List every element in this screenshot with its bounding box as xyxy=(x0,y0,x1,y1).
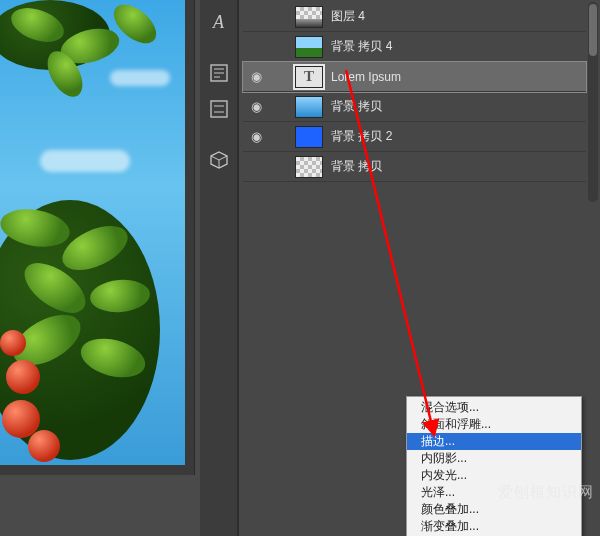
layer-thumbnail[interactable] xyxy=(295,6,323,28)
visibility-toggle[interactable] xyxy=(247,8,265,26)
layer-row-selected[interactable]: ◉ T Lorem Ipsum xyxy=(243,62,586,92)
layer-name[interactable]: 图层 4 xyxy=(331,8,586,25)
layer-thumbnail[interactable]: T xyxy=(295,66,323,88)
lock-column[interactable] xyxy=(273,68,287,86)
menu-item-gradient-overlay[interactable]: 渐变叠加... xyxy=(407,518,581,535)
layer-row[interactable]: 背景 拷贝 xyxy=(243,152,586,182)
menu-item-satin[interactable]: 光泽... xyxy=(407,484,581,501)
panel-scrollbar[interactable] xyxy=(588,2,598,202)
layer-row[interactable]: 图层 4 xyxy=(243,2,586,32)
lock-column[interactable] xyxy=(273,38,287,56)
layer-thumbnail[interactable] xyxy=(295,156,323,178)
menu-item-bevel-emboss[interactable]: 斜面和浮雕... xyxy=(407,416,581,433)
layer-row[interactable]: ◉ 背景 拷贝 xyxy=(243,92,586,122)
lock-column[interactable] xyxy=(273,8,287,26)
menu-item-color-overlay[interactable]: 颜色叠加... xyxy=(407,501,581,518)
lock-column[interactable] xyxy=(273,98,287,116)
layer-name[interactable]: Lorem Ipsum xyxy=(331,70,586,84)
layers-list: 图层 4 背景 拷贝 4 ◉ T Lorem Ipsum ◉ 背景 拷贝 ◉ xyxy=(243,2,586,182)
type-tool-icon[interactable]: A xyxy=(204,7,234,37)
layer-thumbnail[interactable] xyxy=(295,36,323,58)
layer-row[interactable]: 背景 拷贝 4 xyxy=(243,32,586,62)
scrollbar-grip[interactable] xyxy=(589,4,597,56)
3d-icon[interactable] xyxy=(204,145,234,175)
lock-column[interactable] xyxy=(273,128,287,146)
lock-column[interactable] xyxy=(273,158,287,176)
layer-row[interactable]: ◉ 背景 拷贝 2 xyxy=(243,122,586,152)
svg-rect-4 xyxy=(211,101,227,117)
visibility-toggle[interactable] xyxy=(247,158,265,176)
layer-style-context-menu: 混合选项... 斜面和浮雕... 描边... 内阴影... 内发光... 光泽.… xyxy=(406,396,582,536)
visibility-toggle[interactable]: ◉ xyxy=(247,128,265,146)
menu-item-blending-options[interactable]: 混合选项... xyxy=(407,399,581,416)
document-canvas[interactable] xyxy=(0,0,185,465)
menu-item-inner-shadow[interactable]: 内阴影... xyxy=(407,450,581,467)
paragraph-styles-icon[interactable] xyxy=(204,58,234,88)
layer-name[interactable]: 背景 拷贝 4 xyxy=(331,38,586,55)
layer-name[interactable]: 背景 拷贝 2 xyxy=(331,128,586,145)
layer-thumbnail[interactable] xyxy=(295,126,323,148)
menu-item-stroke[interactable]: 描边... xyxy=(407,433,581,450)
visibility-toggle[interactable]: ◉ xyxy=(247,98,265,116)
visibility-toggle[interactable] xyxy=(247,38,265,56)
character-styles-icon[interactable] xyxy=(204,94,234,124)
document-canvas-area xyxy=(0,0,195,475)
panel-rail: A xyxy=(200,0,238,536)
visibility-toggle[interactable]: ◉ xyxy=(247,68,265,86)
menu-item-inner-glow[interactable]: 内发光... xyxy=(407,467,581,484)
layer-name[interactable]: 背景 拷贝 xyxy=(331,98,586,115)
layer-name[interactable]: 背景 拷贝 xyxy=(331,158,586,175)
layer-thumbnail[interactable] xyxy=(295,96,323,118)
